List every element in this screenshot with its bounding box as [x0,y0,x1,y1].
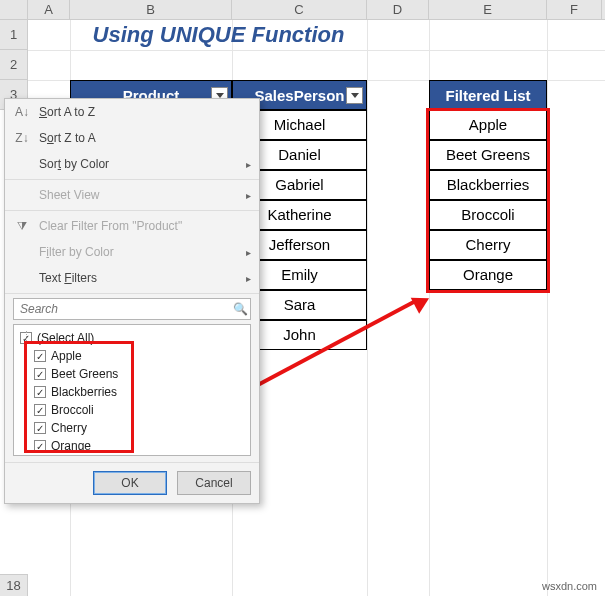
search-icon: 🔍 [230,302,250,316]
check-item[interactable]: ✓Orange [34,437,244,455]
ok-button[interactable]: OK [93,471,167,495]
checkbox-icon: ✓ [34,404,46,416]
chevron-right-icon [246,271,251,285]
header-filtered-label: Filtered List [445,87,530,104]
header-salesperson-label: SalesPerson [254,87,344,104]
check-item-label: Beet Greens [51,367,118,381]
watermark: wsxdn.com [542,580,597,592]
col-header-D[interactable]: D [367,0,429,19]
check-item-label: Orange [51,439,91,453]
check-item-label: Blackberries [51,385,117,399]
menu-text-filters-label: Text Filters [39,271,238,285]
menu-sort-color-label: Sort by Color [39,157,238,171]
filter-search-input[interactable] [14,302,230,316]
checkbox-icon: ✓ [34,440,46,452]
check-select-all-label: (Select All) [37,331,94,345]
menu-sort-color[interactable]: Sort by Color [5,151,259,177]
sort-za-icon: Z↓ [13,131,31,145]
filter-dropdown-salesperson[interactable] [346,87,363,104]
funnel-icon: ⧩ [13,219,31,233]
check-item[interactable]: ✓Blackberries [34,383,244,401]
cancel-button[interactable]: Cancel [177,471,251,495]
menu-sheet-view-label: Sheet View [39,188,238,202]
row-headers: 1 2 3 [0,20,28,110]
sort-az-icon: A↓ [13,105,31,119]
row-header-2[interactable]: 2 [0,50,28,80]
cell-filtered[interactable]: Orange [429,260,547,290]
menu-filter-color: Filter by Color [5,239,259,265]
chevron-right-icon [246,157,251,171]
col-header-C[interactable]: C [232,0,367,19]
checkbox-icon: ✓ [34,368,46,380]
menu-sheet-view: Sheet View [5,182,259,208]
menu-sort-za-label: Sort Z to A [39,131,251,145]
menu-clear-filter: ⧩ Clear Filter From "Product" [5,213,259,239]
filter-checklist: ✓ (Select All) ✓Apple ✓Beet Greens ✓Blac… [13,324,251,456]
row-header-18[interactable]: 18 [0,574,28,596]
check-item-label: Cherry [51,421,87,435]
check-item[interactable]: ✓Cherry [34,419,244,437]
cell-filtered[interactable]: Blackberries [429,170,547,200]
cell-filtered[interactable]: Apple [429,110,547,140]
menu-sort-za[interactable]: Z↓ Sort Z to A [5,125,259,151]
check-item-label: Broccoli [51,403,94,417]
col-header-E[interactable]: E [429,0,547,19]
col-header-A[interactable]: A [28,0,70,19]
col-header-B[interactable]: B [70,0,232,19]
page-title: Using UNIQUE Function [70,20,367,50]
checkbox-icon: ✓ [34,386,46,398]
cell-filtered[interactable]: Cherry [429,230,547,260]
check-item[interactable]: ✓Apple [34,347,244,365]
filter-search[interactable]: 🔍 [13,298,251,320]
menu-buttons: OK Cancel [5,462,259,503]
chevron-right-icon [246,188,251,202]
column-headers: A B C D E F [0,0,605,20]
check-item-label: Apple [51,349,82,363]
menu-clear-filter-label: Clear Filter From "Product" [39,219,251,233]
menu-filter-color-label: Filter by Color [39,245,238,259]
menu-sort-az-label: Sort A to Z [39,105,251,119]
autofilter-menu: A↓ Sort A to Z Z↓ Sort Z to A Sort by Co… [4,98,260,504]
menu-text-filters[interactable]: Text Filters [5,265,259,291]
chevron-right-icon [246,245,251,259]
row-header-1[interactable]: 1 [0,20,28,50]
check-item[interactable]: ✓Beet Greens [34,365,244,383]
col-header-F[interactable]: F [547,0,602,19]
cell-filtered[interactable]: Beet Greens [429,140,547,170]
menu-sort-az[interactable]: A↓ Sort A to Z [5,99,259,125]
check-item[interactable]: ✓Broccoli [34,401,244,419]
select-all-corner[interactable] [0,0,28,19]
checkbox-icon: ✓ [34,350,46,362]
header-filtered: Filtered List [429,80,547,110]
cell-filtered[interactable]: Broccoli [429,200,547,230]
checkbox-icon: ✓ [34,422,46,434]
check-select-all[interactable]: ✓ (Select All) [20,329,244,347]
